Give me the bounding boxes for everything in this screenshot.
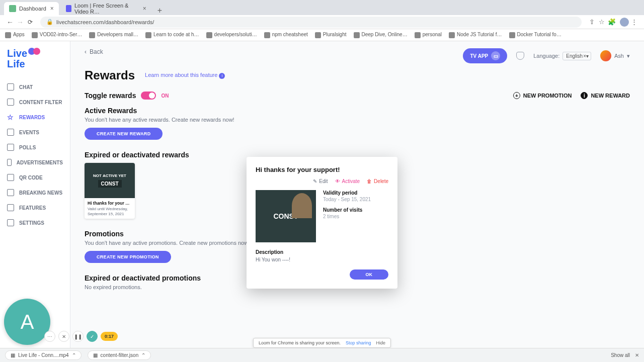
bookmark-item[interactable]: VOD02-intro-Ser… bbox=[32, 32, 82, 38]
bookmark-item[interactable]: Node JS Tutorial f… bbox=[449, 32, 502, 38]
trash-icon: 🗑 bbox=[367, 178, 372, 184]
tab-title: Loom | Free Screen & Video R… bbox=[74, 3, 139, 15]
loom-controls: ⋯ ✕ ❚❚ ✓ 0:17 bbox=[44, 331, 118, 342]
bookmark-item[interactable]: personal bbox=[415, 32, 442, 38]
share-icon[interactable]: ⇧ bbox=[587, 18, 597, 26]
eye-icon: 👁 bbox=[335, 178, 340, 184]
menu-icon[interactable]: ⋮ bbox=[629, 18, 639, 26]
reward-detail-modal: Hi thanks for your support! ✎Edit 👁Activ… bbox=[247, 157, 397, 289]
browser-tab[interactable]: Loom | Free Screen & Video R… × bbox=[61, 2, 151, 15]
ok-button[interactable]: OK bbox=[350, 269, 389, 280]
bookmark-item[interactable]: Docker Tutorial fo… bbox=[509, 32, 561, 38]
chevron-down-icon[interactable]: ⌃ bbox=[72, 352, 76, 358]
loom-more-button[interactable]: ⋯ bbox=[44, 331, 55, 342]
bookmark-item[interactable]: Deep Dive, Online… bbox=[354, 32, 408, 38]
forward-icon[interactable]: → bbox=[15, 18, 25, 26]
validity-value: Today - Sep 15, 2021 bbox=[323, 197, 388, 202]
edit-button[interactable]: ✎Edit bbox=[313, 178, 328, 184]
download-item[interactable]: ▦Live Life - Conn....mp4⌃ bbox=[5, 350, 82, 360]
loom-timer: 0:17 bbox=[101, 332, 118, 341]
address-bar: ← → ⟳ 🔒 livechatscreen.com/dashboard/rew… bbox=[0, 15, 644, 29]
loom-pause-button[interactable]: ❚❚ bbox=[72, 331, 84, 342]
share-text: Loom for Chrome is sharing your screen. bbox=[259, 340, 341, 345]
file-icon: ▦ bbox=[11, 352, 15, 358]
validity-label: Validity period bbox=[323, 190, 388, 196]
loom-avatar[interactable]: A bbox=[4, 299, 50, 345]
modal-backdrop: Hi thanks for your support! ✎Edit 👁Activ… bbox=[0, 41, 644, 362]
favicon bbox=[66, 5, 71, 12]
avatar-letter: A bbox=[21, 311, 34, 333]
visits-value: 2 times bbox=[323, 214, 388, 219]
new-tab-button[interactable]: + bbox=[153, 6, 166, 15]
file-icon: ▦ bbox=[93, 352, 98, 358]
browser-tab-strip: Dashboard × Loom | Free Screen & Video R… bbox=[0, 0, 644, 15]
close-icon[interactable]: × bbox=[143, 5, 146, 12]
close-downloads-bar[interactable]: ✕ bbox=[635, 352, 639, 358]
profile-avatar[interactable] bbox=[620, 18, 629, 27]
bookmark-item[interactable]: npm cheatsheet bbox=[264, 32, 308, 38]
tab-title: Dashboard bbox=[19, 6, 46, 12]
url-text: livechatscreen.com/dashboard/rewards/ bbox=[56, 19, 154, 25]
download-item[interactable]: ▦content-filter.json⌃ bbox=[88, 350, 151, 360]
loom-cancel-button[interactable]: ✕ bbox=[58, 331, 69, 342]
stop-sharing-button[interactable]: Stop sharing bbox=[346, 340, 371, 345]
reload-icon[interactable]: ⟳ bbox=[25, 19, 35, 26]
loom-done-button[interactable]: ✓ bbox=[87, 331, 98, 342]
extensions-icon[interactable]: 🧩 bbox=[607, 18, 617, 26]
browser-tab-active[interactable]: Dashboard × bbox=[4, 2, 59, 15]
bookmark-item[interactable]: Learn to code at h… bbox=[145, 32, 199, 38]
back-icon[interactable]: ← bbox=[5, 18, 15, 26]
visits-label: Number of visits bbox=[323, 207, 388, 213]
bookmark-item[interactable]: Developers mall… bbox=[89, 32, 138, 38]
downloads-bar: ▦Live Life - Conn....mp4⌃ ▦content-filte… bbox=[0, 348, 644, 362]
favicon bbox=[9, 5, 16, 12]
lock-icon: 🔒 bbox=[46, 19, 53, 25]
bookmark-item[interactable]: developers/soluti… bbox=[206, 32, 257, 38]
pencil-icon: ✎ bbox=[313, 178, 317, 184]
chevron-down-icon[interactable]: ⌃ bbox=[141, 352, 145, 358]
description-text: Hi You won ----! bbox=[256, 257, 388, 262]
close-icon[interactable]: × bbox=[50, 5, 54, 12]
show-all-downloads[interactable]: Show all bbox=[611, 352, 630, 358]
activate-button[interactable]: 👁Activate bbox=[335, 178, 360, 184]
url-input[interactable]: 🔒 livechatscreen.com/dashboard/rewards/ bbox=[40, 17, 582, 28]
modal-title: Hi thanks for your support! bbox=[256, 166, 388, 173]
screen-share-banner: Loom for Chrome is sharing your screen. … bbox=[253, 338, 391, 348]
modal-image: CONST bbox=[256, 190, 316, 242]
delete-button[interactable]: 🗑Delete bbox=[367, 178, 388, 184]
description-label: Description bbox=[256, 249, 388, 255]
hide-banner-button[interactable]: Hide bbox=[376, 340, 386, 345]
star-icon[interactable]: ☆ bbox=[597, 18, 607, 26]
bookmark-item[interactable]: Pluralsight bbox=[315, 32, 347, 38]
bookmark-item[interactable]: Apps bbox=[5, 32, 25, 38]
bookmarks-bar: Apps VOD02-intro-Ser… Developers mall… L… bbox=[0, 29, 644, 41]
